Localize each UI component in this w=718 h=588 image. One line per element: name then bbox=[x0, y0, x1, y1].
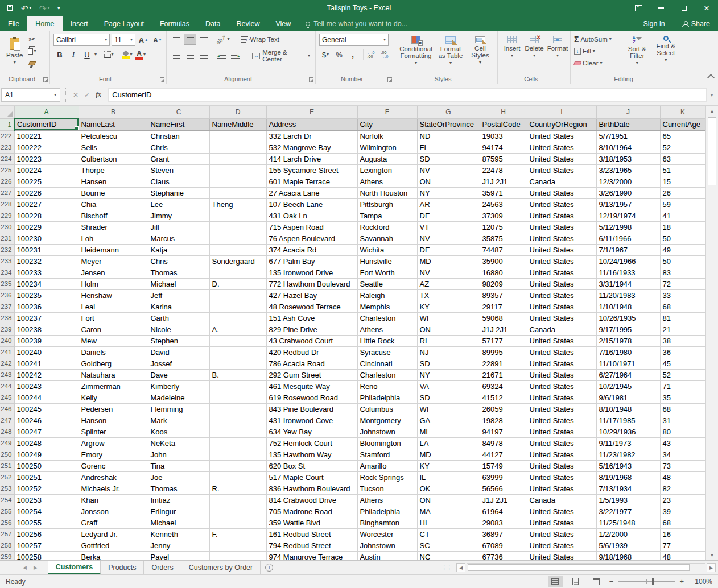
horizontal-scroll-thumb[interactable] bbox=[468, 564, 690, 571]
cell-F248[interactable]: Johnstown bbox=[357, 426, 417, 437]
cell-K247[interactable]: 31 bbox=[660, 415, 705, 426]
row-header-249[interactable]: 249 bbox=[0, 437, 14, 449]
cell-C259[interactable]: Pavel bbox=[148, 551, 209, 560]
autosum-button[interactable]: ΣAutoSum▾ bbox=[574, 34, 622, 45]
cell-I1[interactable]: CountryOrRegion bbox=[527, 118, 596, 130]
redo-button[interactable]: ↷▾ bbox=[39, 4, 49, 13]
cell-C234[interactable]: Thomas bbox=[148, 267, 209, 278]
cell-E248[interactable]: 634 Yew Bay bbox=[266, 426, 357, 437]
cell-I235[interactable]: United States bbox=[527, 278, 596, 289]
wrap-text-button[interactable]: Wrap Text bbox=[238, 35, 282, 44]
cell-G246[interactable]: WI bbox=[417, 403, 480, 415]
cell-K256[interactable]: 68 bbox=[660, 517, 705, 528]
cell-I258[interactable]: United States bbox=[527, 540, 596, 551]
cell-G244[interactable]: VA bbox=[417, 380, 480, 392]
cell-H245[interactable]: 41512 bbox=[480, 392, 527, 403]
cell-I254[interactable]: Canada bbox=[527, 494, 596, 506]
cell-D258[interactable] bbox=[209, 540, 266, 551]
cell-G257[interactable]: CT bbox=[417, 528, 480, 540]
cell-E230[interactable]: 715 Aspen Road bbox=[266, 221, 357, 233]
cell-F256[interactable]: Binghamton bbox=[357, 517, 417, 528]
cell-G231[interactable]: NV bbox=[417, 233, 480, 244]
cell-B247[interactable]: Hanson bbox=[79, 415, 148, 426]
row-header-253[interactable]: 253 bbox=[0, 483, 14, 494]
row-header-256[interactable]: 256 bbox=[0, 517, 14, 528]
cell-H247[interactable]: 19828 bbox=[480, 415, 527, 426]
cell-C254[interactable]: Imtiaz bbox=[148, 494, 209, 506]
cell-E252[interactable]: 517 Maple Court bbox=[266, 471, 357, 483]
cell-C230[interactable]: Jill bbox=[148, 221, 209, 233]
cell-G239[interactable]: ON bbox=[417, 324, 480, 335]
cell-J249[interactable]: 9/11/1973 bbox=[596, 437, 660, 449]
row-header-1[interactable]: 1 bbox=[0, 118, 14, 130]
cell-B232[interactable]: Heidemann bbox=[79, 244, 148, 255]
cell-E237[interactable]: 48 Rosewood Terrace bbox=[266, 301, 357, 312]
tab-file[interactable]: File bbox=[0, 16, 27, 31]
cell-H237[interactable]: 29117 bbox=[480, 301, 527, 312]
cell-J241[interactable]: 7/16/1980 bbox=[596, 346, 660, 358]
cell-D226[interactable] bbox=[209, 176, 266, 187]
cell-K248[interactable]: 80 bbox=[660, 426, 705, 437]
cell-I247[interactable]: United States bbox=[527, 415, 596, 426]
row-header-258[interactable]: 258 bbox=[0, 540, 14, 551]
cell-E251[interactable]: 620 Box St bbox=[266, 460, 357, 471]
cell-C228[interactable]: Lee bbox=[148, 198, 209, 210]
italic-button[interactable]: I bbox=[67, 49, 80, 60]
expand-formula-bar-button[interactable]: ▾ bbox=[707, 92, 717, 98]
maximize-button[interactable] bbox=[672, 0, 695, 16]
cell-A222[interactable]: 100221 bbox=[14, 130, 79, 142]
cell-I230[interactable]: United States bbox=[527, 221, 596, 233]
cell-B246[interactable]: Pedersen bbox=[79, 403, 148, 415]
cell-J254[interactable]: 1/5/1993 bbox=[596, 494, 660, 506]
cell-I228[interactable]: United States bbox=[527, 198, 596, 210]
format-cells-button[interactable]: Format ▾ bbox=[546, 34, 570, 60]
tab-data[interactable]: Data bbox=[197, 16, 228, 31]
cell-F233[interactable]: Hunstville bbox=[357, 255, 417, 267]
cell-J238[interactable]: 10/26/1935 bbox=[596, 312, 660, 324]
shrink-font-button[interactable]: A▼ bbox=[151, 34, 164, 45]
cell-D241[interactable] bbox=[209, 346, 266, 358]
row-header-222[interactable]: 222 bbox=[0, 130, 14, 142]
cell-D238[interactable] bbox=[209, 312, 266, 324]
cell-B243[interactable]: Natsuhara bbox=[79, 369, 148, 380]
cell-J257[interactable]: 1/2/2000 bbox=[596, 528, 660, 540]
copy-button[interactable]: ▾ bbox=[26, 45, 38, 57]
cell-I237[interactable]: United States bbox=[527, 301, 596, 312]
cell-I223[interactable]: United States bbox=[527, 142, 596, 153]
cell-D222[interactable] bbox=[209, 130, 266, 142]
cell-D234[interactable] bbox=[209, 267, 266, 278]
cell-H233[interactable]: 35900 bbox=[480, 255, 527, 267]
cell-A229[interactable]: 100228 bbox=[14, 210, 79, 221]
cell-E243[interactable]: 292 Gum Street bbox=[266, 369, 357, 380]
row-header-233[interactable]: 233 bbox=[0, 255, 14, 267]
cell-K1[interactable]: CurrentAge bbox=[660, 118, 705, 130]
cell-G259[interactable]: NC bbox=[417, 551, 480, 560]
cell-A248[interactable]: 100247 bbox=[14, 426, 79, 437]
cell-I251[interactable]: United States bbox=[527, 460, 596, 471]
cell-F225[interactable]: Lexington bbox=[357, 164, 417, 176]
cell-A255[interactable]: 100254 bbox=[14, 506, 79, 517]
cell-J226[interactable]: 12/3/2000 bbox=[596, 176, 660, 187]
cell-H234[interactable]: 16880 bbox=[480, 267, 527, 278]
cell-E255[interactable]: 705 Madrone Road bbox=[266, 506, 357, 517]
cell-K231[interactable]: 50 bbox=[660, 233, 705, 244]
orientation-button[interactable]: ab↗▾ bbox=[216, 34, 230, 45]
cell-J223[interactable]: 8/10/1964 bbox=[596, 142, 660, 153]
column-header-G[interactable]: G bbox=[417, 106, 480, 118]
cell-K255[interactable]: 39 bbox=[660, 506, 705, 517]
column-header-J[interactable]: J bbox=[596, 106, 660, 118]
font-color-button[interactable]: A▾ bbox=[134, 49, 147, 60]
cell-K250[interactable]: 34 bbox=[660, 449, 705, 460]
column-header-K[interactable]: K bbox=[660, 106, 705, 118]
cell-D251[interactable] bbox=[209, 460, 266, 471]
cell-D252[interactable] bbox=[209, 471, 266, 483]
row-header-238[interactable]: 238 bbox=[0, 312, 14, 324]
cell-E236[interactable]: 427 Hazel Bay bbox=[266, 289, 357, 301]
cell-F253[interactable]: Tucson bbox=[357, 483, 417, 494]
cell-K244[interactable]: 71 bbox=[660, 380, 705, 392]
top-align-button[interactable] bbox=[170, 34, 183, 45]
cell-E224[interactable]: 414 Larch Drive bbox=[266, 153, 357, 164]
cell-B258[interactable]: Gottfried bbox=[79, 540, 148, 551]
cell-B245[interactable]: Kelly bbox=[79, 392, 148, 403]
cell-G249[interactable]: LA bbox=[417, 437, 480, 449]
